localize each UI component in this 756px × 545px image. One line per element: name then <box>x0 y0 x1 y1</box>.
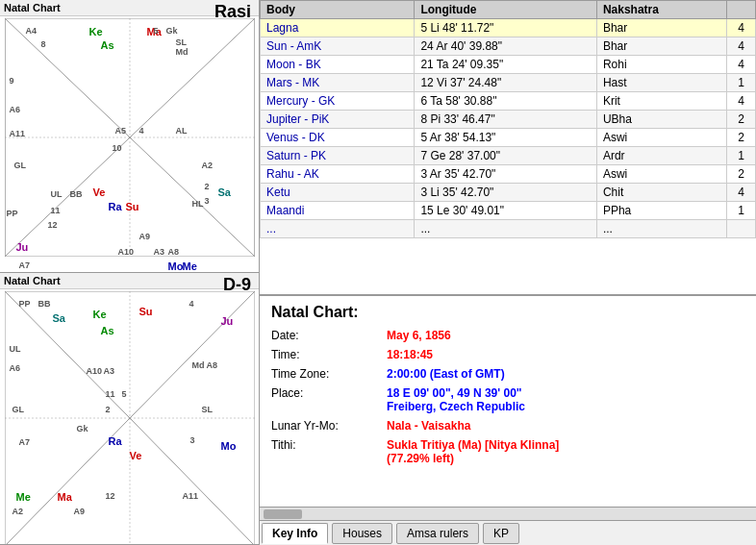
table-row: Mars - MK 12 Vi 37' 24.48" Hast 1 <box>261 74 756 92</box>
planet-a9-r1: A9 <box>139 232 151 241</box>
table-row: Sun - AmK 24 Ar 40' 39.88" Bhar 4 <box>261 37 756 56</box>
planet-a10-d9: A10 <box>87 366 103 376</box>
planet-md-r1: Md <box>176 47 189 57</box>
info-hscrollbar[interactable] <box>260 507 756 520</box>
col-num <box>727 1 756 19</box>
planet-bb-d9: BB <box>38 299 51 309</box>
planet-a8-r1: A8 <box>168 247 180 257</box>
info-row-lunar: Lunar Yr-Mo: Nala - Vaisakha <box>271 419 744 433</box>
planet-ra-r1: Ra <box>109 201 122 212</box>
table-row: Mercury - GK 6 Ta 58' 30.88" Krit 4 <box>261 92 756 111</box>
tab-kp[interactable]: KP <box>483 523 519 544</box>
col-body: Body <box>261 1 415 19</box>
cell-longitude: 15 Le 30' 49.01" <box>415 202 596 220</box>
info-date-value: May 6, 1856 <box>387 329 451 342</box>
planet-a6-r1: A6 <box>10 105 21 114</box>
planet-3-r1: 3 <box>205 196 210 206</box>
table-row: Lagna 5 Li 48' 11.72" Bhar 4 <box>261 19 756 37</box>
svg-line-1 <box>5 18 130 137</box>
tab-key-info[interactable]: Key Info <box>262 523 328 544</box>
planet-sa-r1: Sa <box>218 186 231 198</box>
info-place-value2: Freiberg, Czech Republic <box>387 400 525 413</box>
planet-sa-d9: Sa <box>53 312 65 324</box>
cell-longitude: ... <box>415 220 596 238</box>
tab-amsa-rulers[interactable]: Amsa rulers <box>396 523 479 544</box>
info-row-place: Place: 18 E 09' 00", 49 N 39' 00" Freibe… <box>271 386 744 413</box>
planet-5-d9: 5 <box>122 389 127 399</box>
planet-12-r1: 12 <box>48 220 58 230</box>
rasi-grid-svg <box>5 18 255 257</box>
cell-longitude: 8 Pi 33' 46.47" <box>415 111 596 129</box>
cell-nakshatra: Rohi <box>596 56 726 74</box>
info-date-label: Date: <box>271 329 387 342</box>
cell-num: 4 <box>727 37 756 56</box>
cell-body: Saturn - PK <box>261 147 415 165</box>
planet-5-r1: 5 <box>154 26 159 36</box>
info-panel: Natal Chart: Date: May 6, 1856 Time: 18:… <box>260 295 756 545</box>
planet-gl-r1: GL <box>14 161 27 170</box>
planet-ke-d9: Ke <box>93 309 107 320</box>
planet-table-area[interactable]: Body Longitude Nakshatra Lagna 5 Li 48' … <box>260 0 756 295</box>
planet-8-r1: 8 <box>41 39 46 49</box>
cell-nakshatra: Ardr <box>596 147 726 165</box>
planet-su-r1: Su <box>126 201 139 212</box>
planet-ve-r1: Ve <box>93 186 106 198</box>
cell-body: ... <box>261 220 415 238</box>
cell-longitude: 6 Ta 58' 30.88" <box>415 92 596 111</box>
table-row: Venus - DK 5 Ar 38' 54.13" Aswi 2 <box>261 129 756 147</box>
natal-chart-d9: Natal Chart D-9 PP BB Sa Ke As Su 4 Ju <box>0 273 259 546</box>
planet-a11-d9: A11 <box>183 491 199 501</box>
planet-as-d9: As <box>101 325 114 336</box>
cell-nakshatra: Chit <box>596 184 726 202</box>
info-row-time: Time: 18:18:45 <box>271 348 744 361</box>
info-lunar-value: Nala - Vaisakha <box>387 419 470 433</box>
cell-longitude: 7 Ge 28' 37.00" <box>415 147 596 165</box>
cell-nakshatra: ... <box>596 220 726 238</box>
planet-9-r1: 9 <box>10 76 14 86</box>
cell-longitude: 3 Li 35' 42.70" <box>415 184 596 202</box>
info-lunar-label: Lunar Yr-Mo: <box>271 419 387 433</box>
planet-2-d9: 2 <box>106 405 111 414</box>
planet-gl-d9: GL <box>13 405 25 414</box>
cell-longitude: 5 Li 48' 11.72" <box>415 19 596 37</box>
natal-chart-rasi: Natal Chart Rasi Ke <box>0 0 259 273</box>
d9-grid-svg <box>5 291 255 546</box>
cell-body: Maandi <box>261 202 415 220</box>
bottom-tabs: Key Info Houses Amsa rulers KP <box>260 520 756 545</box>
table-row: Moon - BK 21 Ta 24' 09.35" Rohi 4 <box>261 56 756 74</box>
cell-num: 4 <box>727 92 756 111</box>
cell-body: Venus - DK <box>261 129 415 147</box>
planet-as-r1: As <box>101 39 114 51</box>
info-place-values: 18 E 09' 00", 49 N 39' 00" Freiberg, Cze… <box>387 386 525 413</box>
planet-ma-d9: Ma <box>58 491 72 503</box>
hscrollbar-thumb[interactable] <box>264 509 302 519</box>
planet-12-d9: 12 <box>106 491 115 501</box>
table-row: Saturn - PK 7 Ge 28' 37.00" Ardr 1 <box>261 147 756 165</box>
right-panel: Body Longitude Nakshatra Lagna 5 Li 48' … <box>260 0 756 545</box>
col-nakshatra: Nakshatra <box>596 1 726 19</box>
cell-body: Mercury - GK <box>261 92 415 111</box>
cell-num: 4 <box>727 184 756 202</box>
planet-me-r1: Me <box>183 260 197 272</box>
planet-a4-r1: A4 <box>26 26 38 36</box>
cell-body: Sun - AmK <box>261 37 415 56</box>
info-time-label: Time: <box>271 348 387 361</box>
info-scroll-area[interactable]: Natal Chart: Date: May 6, 1856 Time: 18:… <box>260 296 756 507</box>
col-longitude: Longitude <box>415 1 596 19</box>
planet-a3-r1: A3 <box>154 247 165 257</box>
planet-11-r1: 11 <box>51 206 61 215</box>
planet-me-d9: Me <box>16 491 31 503</box>
planet-11-d9: 11 <box>106 389 115 399</box>
planet-pp-r1: PP <box>7 209 18 218</box>
tab-houses[interactable]: Houses <box>332 523 392 544</box>
table-row: Jupiter - PiK 8 Pi 33' 46.47" UBha 2 <box>261 111 756 129</box>
cell-num: 4 <box>727 56 756 74</box>
cell-num: 1 <box>727 147 756 165</box>
cell-longitude: 12 Vi 37' 24.48" <box>415 74 596 92</box>
planet-ul-d9: UL <box>10 344 21 354</box>
planet-a11-r1: A11 <box>10 129 26 138</box>
cell-longitude: 5 Ar 38' 54.13" <box>415 129 596 147</box>
cell-num <box>727 220 756 238</box>
cell-nakshatra: Krit <box>596 92 726 111</box>
cell-nakshatra: Aswi <box>596 129 726 147</box>
